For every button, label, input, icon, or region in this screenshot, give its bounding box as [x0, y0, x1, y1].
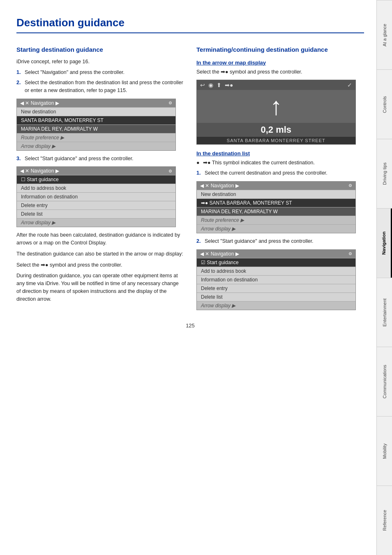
- nav-widget-4: ◀ ✕ Navigation ▶ ⚙ ☑ Start guidance Add …: [196, 249, 356, 310]
- left-section-heading: Starting destination guidance: [16, 46, 184, 54]
- nav-item-info-dest-4: Information on destination: [197, 275, 355, 284]
- nav-item-route-pref: Route preference ▶: [17, 133, 175, 142]
- nav-widget-1-header: ◀ ✕ Navigation ▶ ⚙: [17, 99, 175, 107]
- after-route-text-3: Select the ➡● symbol and press the contr…: [16, 261, 184, 269]
- map-distance: 0,2 mls: [197, 123, 355, 137]
- nav-item-delete-list-1: Delete list: [17, 210, 175, 218]
- tab-driving-tips[interactable]: Driving tips: [377, 139, 392, 208]
- nav-item-add-book-1: Add to address book: [17, 184, 175, 192]
- nav-item-delete-list-4: Delete list: [197, 292, 355, 301]
- left-column: Starting destination guidance iDrive con…: [16, 46, 184, 314]
- nav-item-delete-entry-1: Delete entry: [17, 201, 175, 210]
- nav-item-start-guidance-4: ☑ Start guidance: [197, 258, 355, 267]
- side-tab-bar: At a glance Controls Driving tips Naviga…: [376, 0, 392, 555]
- map-icon-back: ↩: [200, 82, 205, 88]
- left-step-1: 1. Select "Navigation" and press the con…: [16, 69, 184, 76]
- nav-item-delete-entry-4: Delete entry: [197, 284, 355, 292]
- map-icon-sound: ◉: [208, 82, 213, 88]
- right-step-2: 2. Select "Start guidance" and press the…: [196, 237, 364, 245]
- nav-item-new-dest: New destination: [17, 107, 175, 116]
- left-step3-list: 3. Select "Start guidance" and press the…: [16, 155, 184, 163]
- intro-text: iDrive concept, refer to page 16.: [16, 58, 184, 66]
- nav-item-route-pref-3: Route preference ▶: [197, 216, 355, 224]
- nav-item-add-book-4: Add to address book: [197, 267, 355, 275]
- two-column-layout: Starting destination guidance iDrive con…: [16, 46, 364, 314]
- nav-item-info-dest-1: Information on destination: [17, 192, 175, 201]
- tab-reference[interactable]: Reference: [377, 486, 392, 555]
- map-arrow-area: ↑: [197, 90, 355, 123]
- nav-item-santa-barbara: SANTA BARBARA, MONTERREY ST: [17, 116, 175, 124]
- right-steps-list: 1. Select the current destination and pr…: [196, 169, 364, 177]
- nav-item-start-guidance-1: ☐ Start guidance: [17, 175, 175, 184]
- left-steps-list: 1. Select "Navigation" and press the con…: [16, 69, 184, 94]
- tab-at-a-glance[interactable]: At a glance: [377, 0, 392, 69]
- main-content: Destination guidance Starting destinatio…: [0, 0, 376, 341]
- nav-widget-3: ◀ ✕ Navigation ▶ ⚙ New destination ➡● SA…: [196, 181, 356, 233]
- during-guidance-text: During destination guidance, you can ope…: [16, 272, 184, 303]
- map-display-top-bar: ↩ ◉ ⬆ ➡● ✓: [197, 80, 355, 90]
- map-display-widget: ↩ ◉ ⬆ ➡● ✓ ↑ 0,2 mls SANTA BARBARA MONTE…: [196, 80, 356, 145]
- nav-widget-4-header: ◀ ✕ Navigation ▶ ⚙: [197, 250, 355, 258]
- nav-widget-2: ◀ ✕ Navigation ▶ ⚙ ☐ Start guidance Add …: [16, 166, 176, 227]
- map-icon-dest-arrow: ➡●: [225, 82, 233, 88]
- nav-item-marina: MARINA DEL REY, ADMIRALTY W: [17, 124, 175, 133]
- page-number: 125: [16, 322, 364, 329]
- page-title: Destination guidance: [16, 16, 364, 33]
- right-step2-list: 2. Select "Start guidance" and press the…: [196, 237, 364, 245]
- left-step-2: 2. Select the destination from the desti…: [16, 79, 184, 94]
- map-icon-menu: ⬆: [217, 82, 221, 88]
- right-column: Terminating/continuing destination guida…: [196, 46, 364, 314]
- tab-mobility[interactable]: Mobility: [377, 416, 392, 486]
- tab-navigation[interactable]: Navigation: [377, 208, 392, 278]
- after-route-text-2: The destination guidance can also be sta…: [16, 250, 184, 258]
- nav-item-arrow-display: Arrow display ▶: [17, 142, 175, 150]
- nav-icon: ✕: [25, 100, 29, 106]
- nav-widget-2-header: ◀ ✕ Navigation ▶ ⚙: [17, 167, 175, 175]
- nav-item-arrow-display-3: Arrow display ▶: [197, 224, 355, 233]
- tab-communications[interactable]: Communications: [377, 347, 392, 416]
- nav-widget-3-header: ◀ ✕ Navigation ▶ ⚙: [197, 182, 355, 190]
- map-street: SANTA BARBARA MONTERREY STREET: [197, 137, 355, 144]
- nav-item-arrow-display-2: Arrow display ▶: [17, 218, 175, 227]
- arrow-map-text: Select the ➡● symbol and press the contr…: [196, 68, 364, 76]
- nav-item-marina-3: MARINA DEL REY, ADMIRALTY W: [197, 207, 355, 216]
- direction-arrow: ↑: [270, 94, 282, 119]
- after-route-text-1: After the route has been calculated, des…: [16, 231, 184, 247]
- nav-item-santa-barbara-3: ➡● SANTA BARBARA, MONTERREY ST: [197, 198, 355, 207]
- map-icon-check: ✓: [347, 82, 352, 88]
- right-section-heading: Terminating/continuing destination guida…: [196, 46, 364, 54]
- left-step-3: 3. Select "Start guidance" and press the…: [16, 155, 184, 163]
- tab-entertainment[interactable]: Entertainment: [377, 278, 392, 347]
- dest-list-bullet: ● ➡● This symbol indicates the current d…: [196, 159, 364, 167]
- arrow-map-subheading: In the arrow or map display: [196, 60, 364, 66]
- right-step-1: 1. Select the current destination and pr…: [196, 169, 364, 177]
- dest-list-subheading: In the destination list: [196, 150, 364, 157]
- nav-item-new-dest-3: New destination: [197, 190, 355, 198]
- nav-widget-1: ◀ ✕ Navigation ▶ ⚙ New destination SANTA…: [16, 99, 176, 151]
- tab-controls[interactable]: Controls: [377, 69, 392, 139]
- nav-item-arrow-display-4: Arrow display ▶: [197, 301, 355, 310]
